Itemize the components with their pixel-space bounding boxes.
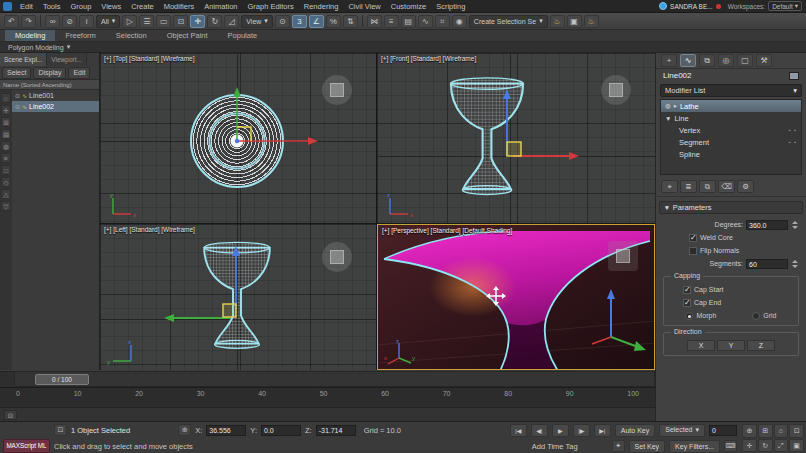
expand-icon[interactable]: ▸ bbox=[674, 102, 677, 110]
stack-item-line[interactable]: ▼ Line bbox=[661, 112, 801, 124]
maximize-viewport-icon[interactable]: ⤢ bbox=[774, 439, 789, 453]
previous-frame-button[interactable]: ◀| bbox=[531, 424, 548, 437]
hierarchy-icon[interactable]: ⊞ bbox=[1, 117, 11, 127]
viewcube-icon[interactable] bbox=[608, 241, 638, 271]
keyboard-shortcut-override-icon[interactable]: ⌨ bbox=[724, 440, 737, 452]
bulb-icon[interactable]: ◍ bbox=[665, 102, 671, 110]
motion-tab-icon[interactable]: ◎ bbox=[718, 54, 734, 67]
schematic-view-icon[interactable]: ⌗ bbox=[435, 15, 450, 28]
redo-icon[interactable]: ↷ bbox=[21, 15, 36, 28]
unlink-selection-icon[interactable]: ⊘ bbox=[62, 15, 77, 28]
viewport-left[interactable]: [+] [Left] [Standard] [Wireframe] y z bbox=[100, 224, 376, 370]
selection-filter-dropdown[interactable]: All ▾ bbox=[96, 15, 120, 28]
reference-coordinate-dropdown[interactable]: View ▾ bbox=[241, 15, 273, 28]
display-tab-icon[interactable]: ▢ bbox=[737, 54, 753, 67]
current-frame-field[interactable]: 0 bbox=[709, 425, 737, 436]
stack-item-spline[interactable]: Spline bbox=[661, 148, 801, 160]
selection-lock-icon[interactable]: ⊡ bbox=[54, 424, 67, 436]
key-mode-dropdown[interactable]: Selected ▾ bbox=[659, 424, 705, 437]
object-color-swatch[interactable] bbox=[789, 72, 799, 80]
time-slider[interactable]: 0 / 100 bbox=[14, 371, 655, 387]
modify-tab-icon[interactable]: ∿ bbox=[680, 54, 696, 67]
bind-to-space-warp-icon[interactable]: ≀ bbox=[79, 15, 94, 28]
go-to-start-button[interactable]: |◀ bbox=[510, 424, 527, 437]
show-end-result-icon[interactable]: ≣ bbox=[680, 180, 697, 193]
add-time-tag[interactable]: Add Time Tag bbox=[532, 442, 578, 451]
select-and-link-icon[interactable]: ∞ bbox=[45, 15, 60, 28]
menu-edit[interactable]: Edit bbox=[15, 2, 38, 11]
window-crossing-icon[interactable]: ⊡ bbox=[173, 15, 188, 28]
select-by-name-icon[interactable]: ☰ bbox=[139, 15, 154, 28]
lights-filter-icon[interactable]: △ bbox=[1, 189, 11, 199]
rendered-frame-window-icon[interactable]: ▣ bbox=[567, 15, 582, 28]
app-icon[interactable] bbox=[3, 2, 12, 11]
direction-y-button[interactable]: Y bbox=[717, 340, 745, 351]
viewport-label-front[interactable]: [+] [Front] [Standard] [Wireframe] bbox=[381, 55, 476, 62]
viewport-label-left[interactable]: [+] [Left] [Standard] [Wireframe] bbox=[104, 226, 195, 233]
rectangular-selection-region-icon[interactable]: ▭ bbox=[156, 15, 171, 28]
select-and-scale-icon[interactable]: ◿ bbox=[224, 15, 239, 28]
layers-icon[interactable]: ▤ bbox=[1, 129, 11, 139]
user-account[interactable]: SANDRA BE... Workspaces: Default ▾ bbox=[659, 1, 806, 11]
shapes-filter-icon[interactable]: ◇ bbox=[1, 177, 11, 187]
y-coordinate-field[interactable]: 0.0 bbox=[261, 425, 301, 436]
viewport-label-top[interactable]: [+] [Top] [Standard] [Wireframe] bbox=[104, 55, 195, 62]
menu-civil-view[interactable]: Civil View bbox=[343, 2, 385, 11]
spinner-snap-icon[interactable]: ⇅ bbox=[343, 15, 358, 28]
absolute-offset-toggle-icon[interactable]: ⊕ bbox=[178, 424, 191, 436]
named-selection-set-dropdown[interactable]: Create Selection Se ▾ bbox=[469, 15, 548, 28]
tab-selection[interactable]: Selection bbox=[106, 30, 157, 41]
menu-animation[interactable]: Animation bbox=[199, 2, 242, 11]
eye-icon[interactable]: ⊙ bbox=[15, 92, 20, 99]
orbit-icon[interactable]: ↻ bbox=[758, 439, 773, 453]
menu-scripting[interactable]: Scripting bbox=[431, 2, 470, 11]
explorer-menu-edit[interactable]: Edit bbox=[68, 67, 90, 79]
segments-spinner[interactable] bbox=[791, 259, 799, 269]
zoom-icon[interactable]: ⊕ bbox=[742, 424, 757, 438]
find-icon[interactable]: ○ bbox=[1, 93, 11, 103]
viewport-top[interactable]: [+] [Top] [Standard] [Wireframe] x y bbox=[100, 53, 376, 223]
x-coordinate-field[interactable]: 36.556 bbox=[206, 425, 246, 436]
select-and-rotate-icon[interactable]: ↻ bbox=[207, 15, 222, 28]
cap-end-checkbox[interactable] bbox=[683, 299, 691, 307]
list-item-line002[interactable]: ⊙ ∿ Line002 bbox=[12, 101, 99, 112]
stack-item-lathe[interactable]: ◍ ▸ Lathe bbox=[661, 100, 801, 112]
segments-field[interactable]: 60 bbox=[746, 259, 788, 269]
material-editor-icon[interactable]: ◉ bbox=[452, 15, 467, 28]
menu-create[interactable]: Create bbox=[126, 2, 159, 11]
menu-group[interactable]: Group bbox=[65, 2, 96, 11]
layer-manager-icon[interactable]: ▤ bbox=[401, 15, 416, 28]
workspace-dropdown[interactable]: Default ▾ bbox=[768, 1, 802, 11]
degrees-field[interactable]: 360.0 bbox=[746, 220, 788, 230]
render-setup-icon[interactable]: ♨ bbox=[550, 15, 565, 28]
set-key-button[interactable]: Set Key bbox=[629, 440, 666, 453]
select-object-icon[interactable]: ▷ bbox=[122, 15, 137, 28]
menu-tools[interactable]: Tools bbox=[38, 2, 66, 11]
open-mini-curve-editor-icon[interactable]: ⊟ bbox=[4, 410, 17, 420]
menu-rendering[interactable]: Rendering bbox=[299, 2, 344, 11]
parameters-rollout-header[interactable]: ▾ Parameters bbox=[659, 201, 803, 214]
cap-start-checkbox[interactable] bbox=[683, 286, 691, 294]
flip-normals-checkbox[interactable] bbox=[689, 247, 697, 255]
direction-z-button[interactable]: Z bbox=[747, 340, 775, 351]
select-icon[interactable]: ✛ bbox=[1, 105, 11, 115]
tab-object-paint[interactable]: Object Paint bbox=[157, 30, 218, 41]
eye-icon[interactable]: ⊙ bbox=[15, 103, 20, 110]
polygon-modeling-panel[interactable]: Polygon Modeling bbox=[8, 44, 64, 51]
time-slider-handle[interactable]: 0 / 100 bbox=[35, 374, 89, 385]
geometry-filter-icon[interactable]: □ bbox=[1, 165, 11, 175]
render-production-icon[interactable]: ♨ bbox=[584, 15, 599, 28]
maxscript-mini-listener[interactable]: MAXScript ML bbox=[3, 439, 50, 453]
curve-editor-icon[interactable]: ∿ bbox=[418, 15, 433, 28]
play-button[interactable]: ▶ bbox=[552, 424, 569, 437]
utilities-tab-icon[interactable]: ⚒ bbox=[756, 54, 772, 67]
menu-graph-editors[interactable]: Graph Editors bbox=[243, 2, 299, 11]
tab-scene-explorer[interactable]: Scene Expl... bbox=[0, 53, 47, 66]
tab-modeling[interactable]: Modeling bbox=[5, 30, 55, 41]
stack-item-segment[interactable]: Segment ▪ ▪ bbox=[661, 136, 801, 148]
viewport-label-perspective[interactable]: [+] [Perspective] [Standard] [Default Sh… bbox=[382, 227, 512, 234]
create-tab-icon[interactable]: + bbox=[661, 54, 677, 67]
zoom-all-icon[interactable]: ⊞ bbox=[758, 424, 773, 438]
viewport-perspective[interactable]: [+] [Perspective] [Standard] [Default Sh… bbox=[377, 224, 655, 370]
viewport-front[interactable]: [+] [Front] [Standard] [Wireframe] x z bbox=[377, 53, 655, 223]
